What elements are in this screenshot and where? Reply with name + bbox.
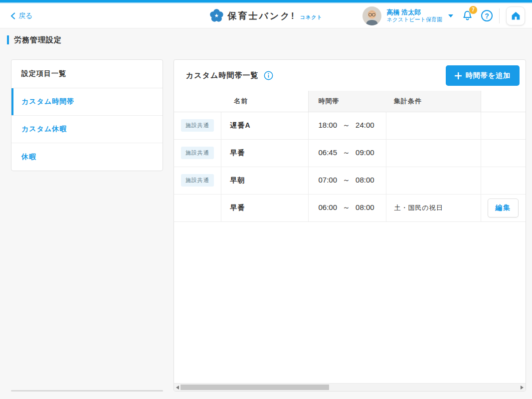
edit-button[interactable]: 編集: [488, 199, 519, 217]
name-cell: 遅番A: [221, 112, 308, 139]
user-organization: ネクストビート保育園: [386, 17, 442, 22]
page-title: 労務管理設定: [9, 35, 62, 45]
user-identity[interactable]: 高橋 浩太郎 ネクストビート保育園: [386, 9, 442, 22]
header-divider: [499, 8, 500, 23]
sakura-flower-icon: [209, 9, 223, 22]
time-start: 06:45: [319, 148, 338, 157]
back-button[interactable]: 戻る: [10, 11, 32, 20]
column-header-name: 名前: [174, 91, 308, 112]
facility-shared-badge: 施設共通: [181, 174, 214, 187]
time-cell: 07:00～08:00: [308, 167, 386, 194]
name-cell: 早番: [221, 194, 308, 221]
app-logo: 保育士バンク! コネクト: [209, 9, 322, 22]
badge-cell: [174, 194, 221, 221]
time-separator: ～: [343, 203, 350, 211]
name-cell: 早朝: [221, 167, 308, 194]
condition-cell: [386, 167, 481, 194]
time-cell: 06:00～08:00: [308, 194, 386, 221]
sidebar-item[interactable]: 休暇: [11, 143, 163, 171]
add-timezone-button[interactable]: 時間帯を追加: [446, 65, 520, 86]
sidebar-item[interactable]: カスタム時間帯: [11, 88, 163, 116]
scroll-right-arrow-icon[interactable]: [521, 386, 524, 390]
time-start: 07:00: [319, 176, 338, 184]
page-title-row: 労務管理設定: [7, 35, 532, 45]
user-area: 高橋 浩太郎 ネクストビート保育園 7 ?: [362, 6, 525, 25]
facility-shared-badge: 施設共通: [181, 119, 214, 132]
question-mark-icon: ?: [485, 12, 489, 20]
settings-sidebar: 設定項目一覧 カスタム時間帯 カスタム休暇 休暇: [11, 59, 163, 392]
table-row: 施設共通 早朝 07:00～08:00: [174, 167, 526, 194]
shift-name: 早朝: [230, 176, 245, 184]
notification-count-badge: 7: [469, 5, 478, 14]
chevron-left-icon: [10, 12, 16, 19]
custom-timezone-panel: カスタム時間帯一覧 時間帯を追加: [174, 59, 526, 392]
action-cell: 編集: [481, 194, 526, 221]
badge-cell: 施設共通: [174, 112, 221, 139]
badge-cell: 施設共通: [174, 139, 221, 167]
plus-icon: [455, 72, 462, 79]
info-icon: [264, 71, 273, 80]
sidebar-item-label: カスタム時間帯: [21, 97, 74, 106]
facility-shared-badge: 施設共通: [181, 147, 214, 159]
sidebar-item[interactable]: カスタム休暇: [11, 116, 163, 143]
settings-menu-card: 設定項目一覧 カスタム時間帯 カスタム休暇 休暇: [11, 59, 163, 171]
action-cell: [481, 139, 526, 167]
add-timezone-label: 時間帯を追加: [466, 71, 511, 80]
name-cell: 早番: [221, 139, 308, 167]
sidebar-item-label: 休暇: [21, 153, 36, 162]
logo-subtext: コネクト: [300, 14, 323, 21]
time-start: 06:00: [319, 203, 338, 211]
time-end: 09:00: [355, 148, 374, 157]
sidebar-item-label: カスタム休暇: [21, 125, 67, 134]
table-body: 施設共通 遅番A 18:00～24:00 施設共通 早番 06:45～09:00: [174, 112, 526, 221]
column-header-timezone: 時間帯: [308, 91, 386, 112]
left-panel-scrollbar[interactable]: [11, 390, 163, 392]
sidebar-items: カスタム時間帯 カスタム休暇 休暇: [11, 88, 163, 171]
time-separator: ～: [343, 148, 350, 157]
content: 設定項目一覧 カスタム時間帯 カスタム休暇 休暇 カスタム時間帯一覧: [11, 59, 526, 392]
table-header-row: 名前 時間帯 集計条件: [174, 91, 526, 112]
panel-header: カスタム時間帯一覧 時間帯を追加: [174, 60, 526, 91]
logo-text: 保育士バンク!: [227, 10, 295, 22]
badge-cell: 施設共通: [174, 167, 221, 194]
sidebar-title: 設定項目一覧: [11, 60, 163, 88]
condition-text: 土・国民の祝日: [394, 204, 443, 211]
user-name: 高橋 浩太郎: [386, 9, 442, 15]
panel-title: カスタム時間帯一覧: [186, 71, 258, 80]
home-icon: [511, 10, 521, 21]
notifications-button[interactable]: 7: [461, 9, 474, 22]
horizontal-scrollbar[interactable]: [174, 383, 526, 391]
chevron-down-icon[interactable]: [448, 14, 453, 17]
action-cell: [481, 167, 526, 194]
condition-cell: [386, 139, 481, 167]
time-end: 08:00: [355, 176, 374, 184]
table-row: 施設共通 早番 06:45～09:00: [174, 139, 526, 167]
shift-name: 早番: [230, 203, 245, 211]
time-separator: ～: [343, 176, 350, 184]
time-cell: 18:00～24:00: [308, 112, 386, 139]
time-cell: 06:45～09:00: [308, 139, 386, 167]
condition-cell: [386, 112, 481, 139]
back-label: 戻る: [18, 11, 32, 20]
user-avatar[interactable]: [362, 6, 381, 25]
info-tooltip-button[interactable]: [264, 71, 273, 80]
scroll-left-arrow-icon[interactable]: [176, 386, 179, 390]
home-button[interactable]: [506, 6, 525, 25]
column-header-actions: [481, 91, 526, 112]
scrollbar-thumb[interactable]: [180, 385, 329, 390]
app-header: 戻る 保育士バンク! コネクト 高橋 浩太郎: [0, 3, 532, 28]
time-end: 24:00: [355, 121, 374, 129]
time-start: 18:00: [319, 121, 338, 129]
avatar-photo: [362, 6, 381, 25]
shift-name: 遅番A: [230, 121, 251, 129]
condition-cell: 土・国民の祝日: [386, 194, 481, 221]
action-cell: [481, 112, 526, 139]
shift-name: 早番: [230, 149, 245, 157]
help-button[interactable]: ?: [481, 10, 493, 21]
table-row: 施設共通 遅番A 18:00～24:00: [174, 112, 526, 139]
time-separator: ～: [343, 121, 350, 129]
time-end: 08:00: [355, 203, 374, 211]
timezone-table: 名前 時間帯 集計条件 施設共通 遅番A 18:00～24:00: [174, 91, 526, 222]
timezone-table-area: 名前 時間帯 集計条件 施設共通 遅番A 18:00～24:00: [174, 91, 526, 383]
column-header-condition: 集計条件: [386, 91, 481, 112]
